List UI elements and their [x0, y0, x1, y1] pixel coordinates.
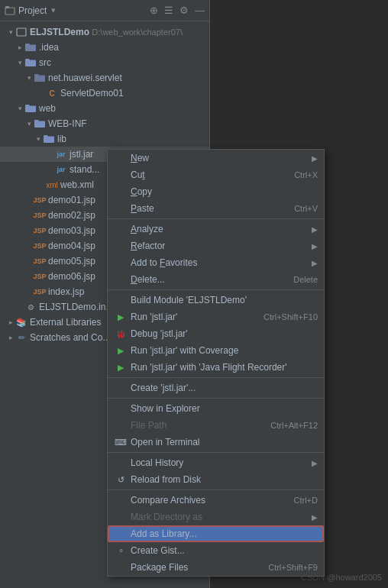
menu-item-showinexplorer[interactable]: Show in Explorer: [108, 400, 324, 417]
refactor-arrow: ▶: [312, 242, 318, 250]
menu-item-delete[interactable]: Delete... Delete: [108, 271, 324, 288]
tree-label-idea: .idea: [39, 42, 59, 53]
jsp-icon-demo03: JSP: [34, 225, 46, 237]
tree-label-eljstldemo: ELJSTLDemo D:\web_work\chapter07\: [30, 27, 183, 37]
markdir-arrow: ▶: [312, 513, 318, 522]
menu-label-runcoverage: Run 'jstl.jar' with Coverage: [131, 345, 318, 356]
menu-item-localhistory[interactable]: Local History ▶: [108, 454, 324, 471]
copy-icon: [114, 185, 128, 199]
tree-label-webxml: web.xml: [60, 179, 94, 190]
idea-icon: ⚙: [24, 301, 37, 313]
menu-item-reloadfromdisk[interactable]: ↺ Reload from Disk: [108, 471, 324, 488]
tree-item-idea[interactable]: ▸ .idea: [0, 40, 209, 55]
analyze-arrow: ▶: [312, 225, 318, 234]
menu-label-copy: Copy: [131, 186, 318, 197]
cut-icon: [114, 168, 128, 182]
xml-icon-webxml: xml: [46, 179, 58, 191]
package-files-icon: [114, 561, 128, 574]
menu-label-reloadfromdisk: Reload from Disk: [131, 474, 318, 485]
tree-item-src[interactable]: ▾ src: [0, 55, 209, 70]
menu-label-create: Create 'jstl.jar'...: [131, 383, 318, 393]
menu-label-markdirectoryas: Mark Directory as: [131, 512, 309, 522]
jar-icon-standardjar: jar: [55, 163, 67, 176]
settings-btn[interactable]: ⚙: [179, 5, 189, 16]
menu-item-cut[interactable]: Cut Ctrl+X: [108, 166, 324, 183]
tree-item-eljstldemo[interactable]: ▾ ELJSTLDemo D:\web_work\chapter07\: [0, 24, 209, 40]
tree-label-jstljar: jstl.jar: [70, 149, 93, 160]
menu-item-openterminal[interactable]: ⌨ Open in Terminal: [108, 434, 324, 451]
arrow-idea: ▸: [15, 43, 24, 52]
menu-label-localhistory: Local History: [131, 457, 309, 468]
menu-item-create[interactable]: Create 'jstl.jar'...: [108, 380, 324, 396]
tree-label-demo01jsp: demo01.jsp: [48, 195, 95, 205]
scratches-icon: ✏: [15, 331, 27, 344]
arrow-webxml: [37, 180, 46, 189]
add-btn[interactable]: ⊕: [150, 5, 158, 16]
separator-6: [108, 489, 324, 490]
menu-item-runcoverage[interactable]: ▶ Run 'jstl.jar' with Coverage: [108, 342, 324, 359]
panel-dropdown[interactable]: ▾: [51, 5, 56, 15]
folder-icon-webinf: [34, 118, 46, 130]
coverage-icon: ▶: [114, 344, 128, 357]
menu-item-creategist[interactable]: ⚬ Create Gist...: [108, 542, 324, 559]
menu-item-refactor[interactable]: Refactor ▶: [108, 237, 324, 254]
svg-rect-1: [5, 6, 9, 8]
flight-icon: ▶: [114, 360, 128, 374]
tree-item-servletdemo01[interactable]: C ServletDemo01: [0, 86, 209, 101]
tree-label-package: net.huawei.servlet: [48, 73, 122, 83]
separator-4: [108, 398, 324, 399]
explorer-icon: [114, 402, 128, 415]
menu-item-addaslibrary[interactable]: Add as Library...: [108, 525, 324, 542]
compare-icon: [114, 493, 128, 507]
menu-item-comparearchives[interactable]: Compare Archives Ctrl+D: [108, 492, 324, 509]
menu-item-analyze[interactable]: Analyze ▶: [108, 221, 324, 237]
tree-item-webinf[interactable]: ▾ WEB-INF: [0, 116, 209, 131]
menu-item-filepath[interactable]: File Path Ctrl+Alt+F12: [108, 417, 324, 434]
menu-label-packagefiles: Package Files: [131, 562, 268, 573]
project-icon-eljstldemo: [15, 26, 27, 38]
menu-item-markdirectoryas[interactable]: Mark Directory as ▶: [108, 509, 324, 525]
arrow-standardjar: [46, 165, 55, 174]
layout-btn[interactable]: ☰: [164, 5, 173, 16]
menu-label-addtofavorites: Add to Favorites: [131, 257, 309, 268]
tree-label-demo04jsp: demo04.jsp: [48, 241, 95, 251]
arrow-eljstldemo: ▾: [6, 27, 15, 37]
tree-label-demo02jsp: demo02.jsp: [48, 210, 95, 221]
menu-label-buildmodule: Build Module 'ELJSTLDemo': [131, 295, 318, 305]
menu-item-packagefiles[interactable]: Package Files Ctrl+Shift+F9: [108, 559, 324, 576]
menu-label-new: New: [131, 153, 309, 163]
jsp-icon-demo02: JSP: [34, 209, 46, 221]
tree-label-standardjar: stand...: [70, 164, 99, 175]
folder-icon-idea: [24, 41, 37, 53]
tree-item-package[interactable]: ▾ net.huawei.servlet: [0, 70, 209, 86]
menu-item-copy[interactable]: Copy: [108, 183, 324, 200]
project-icon: [5, 5, 15, 16]
packagefiles-shortcut: Ctrl+Shift+F9: [268, 563, 318, 572]
arrow-jstljar: [46, 150, 55, 159]
menu-label-refactor: Refactor: [131, 241, 309, 251]
tree-item-web[interactable]: ▾ web: [0, 101, 209, 116]
menu-item-addtofavorites[interactable]: Add to Favorites ▶: [108, 254, 324, 271]
menu-item-run[interactable]: ▶ Run 'jstl.jar' Ctrl+Shift+F10: [108, 309, 324, 325]
menu-label-creategist: Create Gist...: [131, 545, 318, 556]
menu-item-new[interactable]: New ▶: [108, 150, 324, 166]
menu-item-paste[interactable]: Paste Ctrl+V: [108, 200, 324, 217]
jsp-icon-demo06: JSP: [34, 270, 46, 283]
menu-label-analyze: Analyze: [131, 224, 309, 234]
menu-label-run: Run 'jstl.jar': [131, 312, 264, 322]
menu-item-debug[interactable]: 🐞 Debug 'jstl.jar': [108, 325, 324, 342]
menu-item-runflight[interactable]: ▶ Run 'jstl.jar' with 'Java Flight Recor…: [108, 359, 324, 376]
arrow-extlibs: ▸: [6, 318, 15, 327]
folder-icon-src: [24, 57, 37, 69]
context-menu: New ▶ Cut Ctrl+X Copy Paste Ctrl+V Analy…: [107, 149, 325, 577]
menu-label-debug: Debug 'jstl.jar': [131, 328, 318, 339]
menu-item-buildmodule[interactable]: Build Module 'ELJSTLDemo': [108, 292, 324, 309]
minimize-btn[interactable]: —: [195, 5, 205, 16]
analyze-icon: [114, 222, 128, 236]
run-icon: ▶: [114, 310, 128, 324]
debug-icon: 🐞: [114, 327, 128, 341]
terminal-icon: ⌨: [114, 435, 128, 449]
tree-item-lib[interactable]: ▾ lib: [0, 131, 209, 147]
create-icon: [114, 381, 128, 395]
tree-label-indexjsp: index.jsp: [48, 286, 84, 297]
